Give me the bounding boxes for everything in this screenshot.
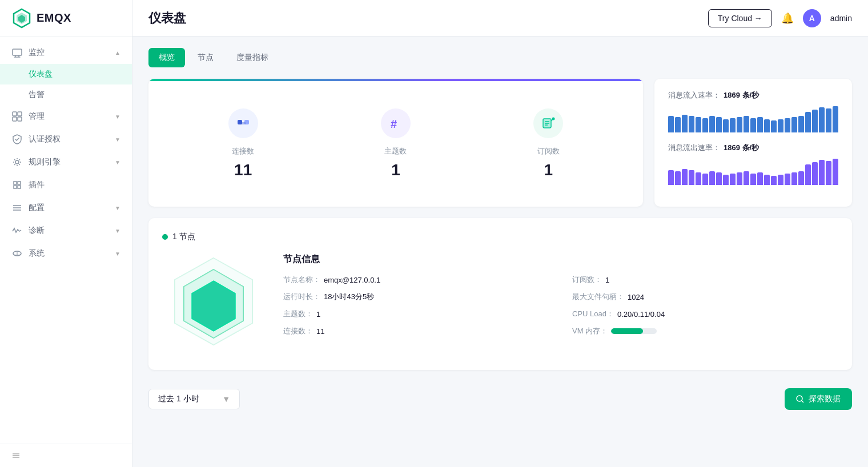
node-body: 节点信息 节点名称： emqx@127.0.0.1 订阅数： 1 运行时长： 1 bbox=[162, 253, 838, 356]
topics-label: 主题数 bbox=[384, 146, 407, 156]
vm-bar-track bbox=[611, 328, 657, 334]
avatar[interactable]: A bbox=[803, 9, 821, 27]
rules-icon bbox=[11, 156, 23, 168]
sidebar-item-rules[interactable]: 规则引擎 ▼ bbox=[0, 151, 132, 174]
vm-memory-bar bbox=[611, 328, 657, 334]
diagnostics-icon bbox=[11, 225, 23, 236]
chevron-down-icon-auth: ▼ bbox=[115, 136, 120, 143]
topics-value: 1 bbox=[391, 161, 400, 179]
svg-text:#: # bbox=[391, 118, 397, 130]
node-cpu-val: 0.20/0.11/0.04 bbox=[617, 310, 665, 319]
bar bbox=[730, 118, 736, 132]
connections-icon bbox=[235, 115, 251, 131]
bar bbox=[791, 172, 797, 185]
bar bbox=[668, 116, 674, 132]
sidebar-item-diagnostics[interactable]: 诊断 ▼ bbox=[0, 219, 132, 242]
time-select-label: 过去 1 小时 bbox=[158, 394, 199, 404]
bar bbox=[730, 174, 736, 185]
header: 仪表盘 Try Cloud → 🔔 A admin bbox=[132, 0, 868, 37]
bar bbox=[833, 159, 838, 185]
bar bbox=[682, 115, 688, 132]
bar bbox=[675, 117, 681, 132]
sidebar-item-config[interactable]: 配置 ▼ bbox=[0, 196, 132, 219]
bar bbox=[716, 172, 722, 185]
node-info: 节点信息 节点名称： emqx@127.0.0.1 订阅数： 1 运行时长： 1 bbox=[283, 253, 838, 336]
bar bbox=[744, 171, 749, 185]
bar bbox=[723, 175, 729, 185]
bar bbox=[737, 172, 742, 185]
stat-subscriptions: 订阅数 1 bbox=[472, 97, 625, 191]
bar bbox=[737, 117, 742, 132]
sidebar-label-monitor: 监控 bbox=[29, 47, 45, 58]
node-info-title: 节点信息 bbox=[283, 253, 838, 265]
sidebar-bottom bbox=[0, 444, 132, 467]
bar bbox=[764, 175, 770, 185]
sidebar-item-alarms[interactable]: 告警 bbox=[0, 84, 132, 105]
sidebar-nav: 监控 ▲ 仪表盘 告警 管理 ▼ bbox=[0, 37, 132, 444]
bar bbox=[826, 161, 831, 185]
inflow-chart-section: 消息流入速率： 1869 条/秒 bbox=[668, 90, 838, 132]
bar bbox=[785, 174, 790, 185]
sidebar-logo: EMQX bbox=[0, 0, 132, 37]
node-name-item: 节点名称： emqx@127.0.0.1 bbox=[283, 275, 549, 285]
node-sub-val: 1 bbox=[605, 276, 609, 284]
svg-line-37 bbox=[802, 401, 803, 402]
footer-row: 过去 1 小时 ▼ 探索数据 bbox=[148, 381, 852, 417]
plugins-icon bbox=[11, 179, 23, 191]
svg-rect-10 bbox=[18, 117, 22, 121]
svg-point-36 bbox=[797, 396, 802, 401]
node-conn-val: 11 bbox=[316, 327, 324, 336]
collapse-button[interactable] bbox=[11, 451, 120, 460]
sidebar-item-monitor[interactable]: 监控 ▲ bbox=[0, 41, 132, 64]
bar bbox=[812, 110, 818, 132]
bar bbox=[702, 174, 708, 185]
node-status-dot bbox=[162, 234, 168, 240]
tab-overview[interactable]: 概览 bbox=[148, 48, 185, 67]
svg-rect-9 bbox=[13, 117, 17, 121]
node-conn-key: 连接数： bbox=[283, 326, 313, 336]
stats-items: 连接数 11 # 主题数 1 bbox=[167, 97, 625, 191]
node-subscriptions-item: 订阅数： 1 bbox=[572, 275, 838, 285]
sidebar-item-system[interactable]: 系统 ▼ bbox=[0, 242, 132, 265]
bar bbox=[778, 119, 783, 132]
explore-data-button[interactable]: 探索数据 bbox=[785, 388, 852, 410]
bar bbox=[723, 119, 729, 132]
chevron-down-icon-rules: ▼ bbox=[115, 159, 120, 166]
bar bbox=[702, 118, 708, 132]
sidebar-item-auth[interactable]: 认证授权 ▼ bbox=[0, 128, 132, 151]
monitor-icon bbox=[11, 47, 23, 58]
node-header: 1 节点 bbox=[162, 232, 838, 242]
node-hex-visual bbox=[162, 253, 265, 356]
tab-metrics[interactable]: 度量指标 bbox=[226, 48, 279, 67]
sidebar-item-dashboard[interactable]: 仪表盘 bbox=[0, 64, 132, 84]
node-topics-key: 主题数： bbox=[283, 309, 313, 319]
chevron-down-icon-diag: ▼ bbox=[115, 228, 120, 234]
node-uptime-key: 运行时长： bbox=[283, 292, 320, 302]
svg-point-26 bbox=[552, 118, 555, 120]
bar bbox=[689, 170, 694, 185]
bell-icon[interactable]: 🔔 bbox=[781, 12, 794, 25]
content-area: 概览 节点 度量指标 bbox=[132, 37, 868, 467]
svg-rect-22 bbox=[241, 122, 246, 124]
node-topics-val: 1 bbox=[316, 310, 320, 319]
chevron-down-icon-sys: ▼ bbox=[115, 251, 120, 257]
charts-panel: 消息流入速率： 1869 条/秒 消息流出速率： 1869 条/秒 bbox=[654, 79, 852, 207]
sidebar-item-plugins[interactable]: 插件 bbox=[0, 174, 132, 196]
node-vmmem-key: VM 内存： bbox=[572, 326, 608, 336]
node-topics-item: 主题数： 1 bbox=[283, 309, 549, 319]
hex-svg bbox=[168, 253, 259, 356]
tab-nodes[interactable]: 节点 bbox=[187, 48, 224, 67]
stats-row: 连接数 11 # 主题数 1 bbox=[148, 79, 852, 207]
sidebar-item-management[interactable]: 管理 ▼ bbox=[0, 105, 132, 128]
subscriptions-icon bbox=[540, 115, 556, 131]
time-select[interactable]: 过去 1 小时 ▼ bbox=[148, 389, 240, 409]
sidebar-label-diagnostics: 诊断 bbox=[29, 226, 45, 236]
admin-label[interactable]: admin bbox=[830, 14, 852, 23]
try-cloud-button[interactable]: Try Cloud → bbox=[708, 9, 772, 27]
bar bbox=[805, 112, 811, 132]
outflow-chart-section: 消息流出速率： 1869 条/秒 bbox=[668, 143, 838, 185]
bar bbox=[771, 176, 777, 185]
bar bbox=[689, 116, 694, 132]
vm-bar-fill bbox=[611, 328, 643, 334]
sidebar-label-config: 配置 bbox=[29, 203, 45, 213]
